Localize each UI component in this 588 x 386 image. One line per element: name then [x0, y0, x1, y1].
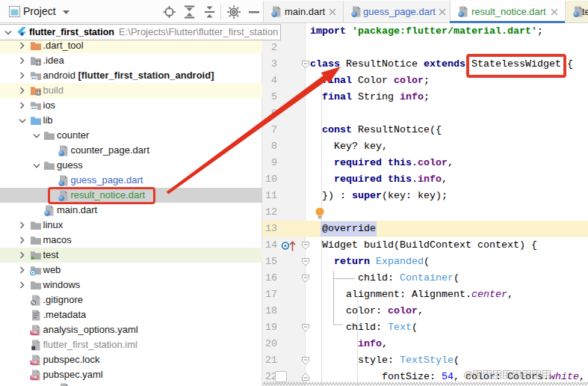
svg-text:YML: YML — [31, 376, 38, 379]
svg-text:YML: YML — [31, 361, 38, 364]
svg-text:YML: YML — [31, 331, 38, 334]
svg-text:@: @ — [463, 369, 473, 380]
